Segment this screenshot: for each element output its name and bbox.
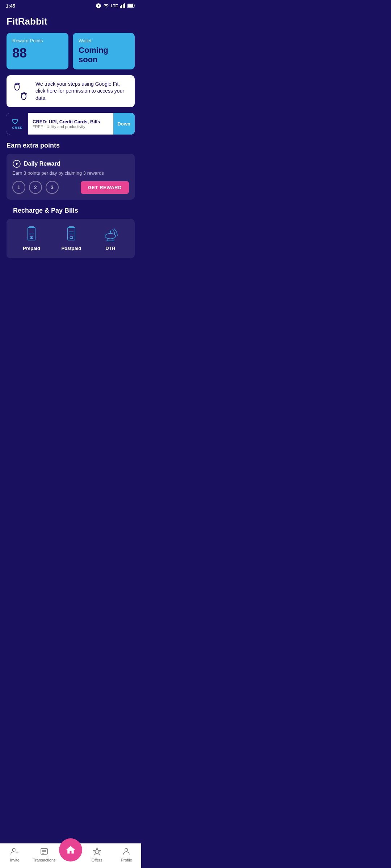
daily-reward-title: Daily Reward	[24, 161, 60, 167]
play-icon	[12, 159, 21, 168]
ad-logo: 🛡 CRED	[7, 113, 28, 135]
svg-rect-16	[28, 227, 35, 240]
ad-title: CRED: UPI, Credit Cards, Bills	[33, 119, 109, 124]
time: 1:45	[6, 3, 15, 9]
ad-info: CRED: UPI, Credit Cards, Bills FREE · Ut…	[28, 116, 113, 132]
svg-rect-25	[70, 237, 72, 238]
reward-points-value: 88	[12, 46, 63, 61]
status-icons: LTE	[96, 3, 135, 9]
reward-circle-3: 3	[46, 181, 59, 194]
svg-rect-3	[124, 3, 125, 8]
reward-circle-2: 2	[29, 181, 42, 194]
dth-label: DTH	[105, 246, 115, 251]
reward-points-card[interactable]: Reward Points 88	[7, 33, 68, 69]
svg-point-20	[31, 237, 32, 238]
recharge-card: Prepaid Postpaid	[7, 219, 135, 258]
wallet-label: Wallet	[79, 38, 129, 43]
recharge-section-title: Recharge & Pay Bills	[7, 207, 135, 219]
get-reward-button[interactable]: GET REWARD	[81, 181, 129, 194]
prepaid-label: Prepaid	[23, 246, 40, 251]
postpaid-icon	[63, 226, 79, 242]
svg-point-13	[25, 93, 27, 94]
steps-banner[interactable]: We track your steps using Google Fit, cl…	[7, 75, 135, 107]
svg-rect-2	[123, 4, 124, 8]
reward-circle-1: 1	[12, 181, 25, 194]
wallet-card[interactable]: Wallet Coming soon	[73, 33, 135, 69]
svg-rect-1	[121, 5, 122, 8]
daily-reward-card: Daily Reward Earn 3 points per day by cl…	[7, 154, 135, 200]
daily-reward-actions: 1 2 3 GET REWARD	[12, 181, 129, 194]
svg-rect-21	[68, 227, 75, 240]
svg-rect-0	[120, 6, 121, 8]
prepaid-item[interactable]: Prepaid	[23, 226, 40, 251]
cards-row: Reward Points 88 Wallet Coming soon	[0, 33, 141, 75]
ad-subtitle: FREE · Utility and productivity	[33, 124, 109, 129]
earn-section-title: Earn extra points	[0, 142, 141, 154]
wallet-value: Coming soon	[79, 46, 129, 64]
status-bar: 1:45 LTE	[0, 0, 141, 12]
svg-marker-15	[16, 162, 18, 165]
reward-circles: 1 2 3	[12, 181, 59, 194]
postpaid-item[interactable]: Postpaid	[61, 226, 81, 251]
svg-rect-5	[128, 4, 133, 7]
ad-download-button[interactable]: Down	[113, 113, 135, 135]
svg-point-9	[19, 84, 20, 85]
ad-banner[interactable]: 🛡 CRED CRED: UPI, Credit Cards, Bills FR…	[7, 113, 135, 135]
daily-reward-desc: Earn 3 points per day by claiming 3 rewa…	[12, 170, 129, 176]
steps-text: We track your steps using Google Fit, cl…	[35, 81, 129, 102]
prepaid-icon	[24, 226, 39, 242]
recharge-section: Recharge & Pay Bills Prepaid Postpaid	[0, 207, 141, 265]
app-title: FitRabbit	[0, 12, 141, 33]
footsteps-icon	[12, 80, 30, 102]
postpaid-label: Postpaid	[61, 246, 81, 251]
dth-icon	[102, 226, 118, 242]
svg-point-28	[110, 230, 111, 232]
daily-reward-header: Daily Reward	[12, 159, 129, 168]
reward-points-label: Reward Points	[12, 38, 63, 43]
svg-point-26	[105, 234, 115, 239]
dth-item[interactable]: DTH	[102, 226, 118, 251]
earn-section: Earn extra points Daily Reward Earn 3 po…	[0, 142, 141, 200]
